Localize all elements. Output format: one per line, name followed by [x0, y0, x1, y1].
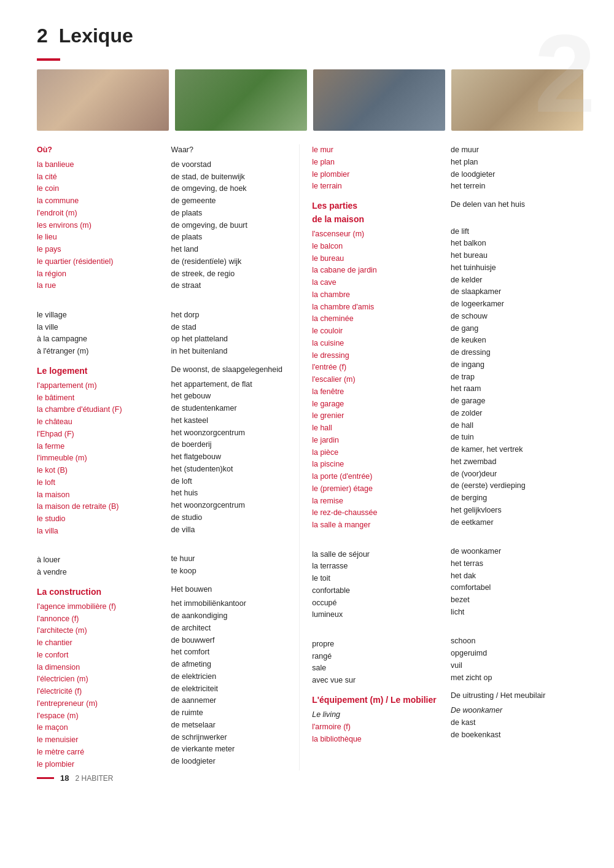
right-col-nl: de muur het plan de loodgieter het terre…	[451, 144, 583, 770]
logement-heading-nl: De woonst, de slaapgelegenheid	[171, 364, 300, 376]
left-col-fr: Où? la banlieue la cité le coin la commu…	[37, 144, 165, 770]
photo-4	[451, 69, 583, 131]
equipement-heading-fr: L'équipement (m) / Le mobilier	[312, 693, 445, 707]
photo-1	[37, 69, 169, 131]
photo-2	[175, 69, 307, 131]
chapter-header: 2 Lexique	[37, 25, 583, 47]
left-col-nl: Waar? de voorstad de stad, de buitenwijk…	[171, 144, 300, 770]
chapter-number: 2	[37, 25, 48, 47]
left-section: Où? la banlieue la cité le coin la commu…	[37, 144, 299, 770]
photo-3	[313, 69, 445, 131]
right-col-fr: le mur le plan le plombier le terrain Le…	[312, 144, 445, 770]
construction-heading-nl: Het bouwen	[171, 584, 300, 596]
equipement-heading-nl: De uitrusting / Het meubilair	[451, 690, 583, 702]
bottom-bar: 18 2 HABITER	[0, 773, 614, 783]
ou-heading-fr: Où?	[37, 144, 165, 157]
chapter-title: Lexique	[59, 25, 133, 47]
photo-strip	[37, 69, 583, 131]
parties-heading-fr: Les parties de la maison	[312, 199, 445, 226]
main-content: Où? la banlieue la cité le coin la commu…	[37, 144, 583, 770]
bottom-line	[37, 777, 54, 779]
page-number: 18	[60, 773, 69, 783]
chapter-underline	[37, 58, 60, 61]
logement-heading-fr: Le logement	[37, 364, 165, 378]
ou-heading-nl: Waar?	[171, 144, 300, 157]
construction-heading-fr: La construction	[37, 585, 165, 599]
right-section: le mur le plan le plombier le terrain Le…	[299, 144, 583, 770]
parties-heading-nl: De delen van het huis	[451, 199, 583, 223]
chapter-label: 2 HABITER	[75, 774, 113, 783]
